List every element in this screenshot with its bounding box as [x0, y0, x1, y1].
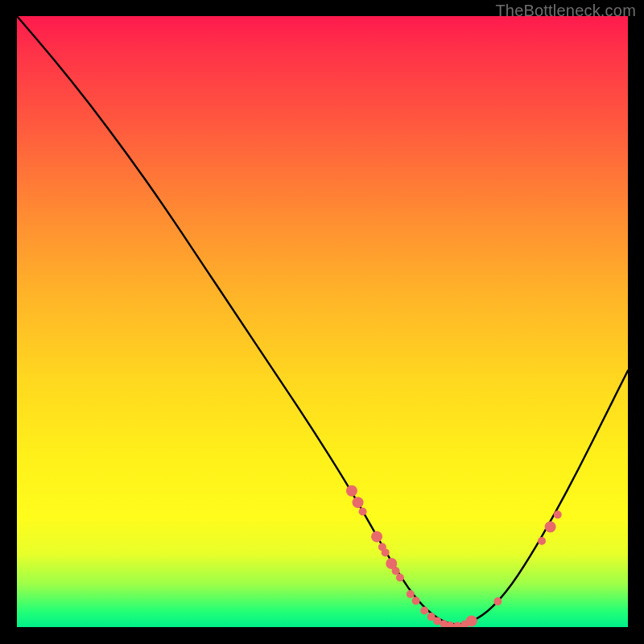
data-point — [392, 567, 400, 575]
data-point — [554, 510, 562, 518]
plot-area — [17, 16, 628, 627]
data-point — [453, 621, 461, 627]
data-point — [346, 485, 357, 497]
data-point — [538, 537, 546, 545]
data-point — [493, 597, 502, 605]
data-point — [466, 615, 477, 626]
data-point — [353, 497, 364, 508]
bottleneck-curve — [17, 16, 628, 624]
chart-svg — [17, 16, 628, 627]
data-point — [371, 531, 382, 543]
data-point — [407, 590, 415, 598]
data-point — [420, 607, 428, 615]
data-point — [382, 548, 390, 556]
data-point — [545, 522, 556, 533]
chart-stage: TheBottleneck.com — [0, 0, 644, 644]
data-point — [359, 508, 367, 516]
data-point — [396, 574, 404, 582]
data-point — [412, 597, 420, 605]
